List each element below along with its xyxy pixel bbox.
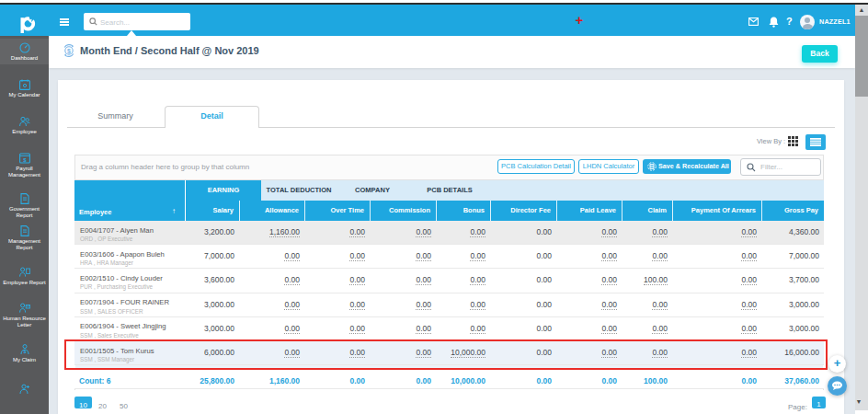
svg-text:$: $ <box>23 157 27 163</box>
svg-text:$: $ <box>67 48 71 55</box>
svg-text:$: $ <box>24 349 27 354</box>
